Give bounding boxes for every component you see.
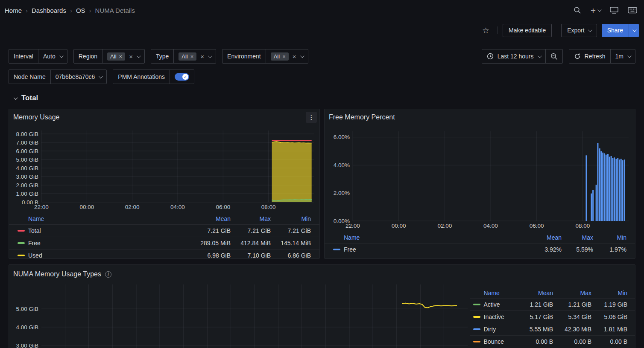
zoom-out-icon xyxy=(550,53,558,60)
region-select[interactable]: All × × xyxy=(102,49,144,63)
star-icon: ☆ xyxy=(482,26,489,35)
filter-row-1: Interval Auto Region All × × Typ xyxy=(9,49,635,64)
breadcrumb-home[interactable]: Home xyxy=(5,7,22,14)
legend-header-min[interactable]: Min xyxy=(271,215,311,222)
legend-header-min[interactable]: Min xyxy=(593,234,626,241)
legend-row-dirty: Dirty 5.55 MiB 42.30 MiB 1.81 MiB xyxy=(470,323,635,335)
series-name[interactable]: Free xyxy=(28,240,41,246)
svg-text:6.00 GiB: 6.00 GiB xyxy=(16,148,38,154)
panel-header: NUMA Memory Usage Types i xyxy=(9,265,635,284)
clear-selection-icon[interactable]: × xyxy=(200,53,204,60)
type-select[interactable]: All × × xyxy=(173,49,216,63)
legend-row-free: Free 3.92% 5.59% 1.97% xyxy=(325,243,635,255)
pmm-annotations-toggle[interactable]: ✓ xyxy=(175,73,189,81)
series-name[interactable]: Inactive xyxy=(484,313,504,320)
series-name[interactable]: Total xyxy=(28,227,41,234)
legend-header-max[interactable]: Max xyxy=(562,234,593,241)
series-swatch xyxy=(473,341,480,342)
series-mean: 5.55 MiB xyxy=(515,326,553,333)
monitor-icon xyxy=(610,6,618,14)
series-max: 7.10 GiB xyxy=(231,252,271,259)
clear-selection-icon[interactable]: × xyxy=(129,53,133,60)
breadcrumb-dashboards[interactable]: Dashboards xyxy=(32,7,66,14)
legend-row-bounce: Bounce 0.00 B 0.00 B 0.00 B xyxy=(470,335,635,348)
interval-select[interactable]: Auto xyxy=(38,49,67,63)
numa-memory-usage-chart[interactable]: 5.00 GiB4.00 GiB3.00 GiB xyxy=(12,284,470,348)
node-name-select[interactable]: 07b6be8a70c6 xyxy=(50,70,107,84)
toolbar-divider xyxy=(497,26,498,34)
panel-title[interactable]: Free Memory Percent xyxy=(329,113,395,121)
search-button[interactable] xyxy=(574,6,581,14)
legend-header-max[interactable]: Max xyxy=(553,290,591,296)
chevron-down-icon xyxy=(99,74,103,78)
panel-title[interactable]: Memory Usage xyxy=(13,113,59,121)
panel-numa-memory-usage-types: NUMA Memory Usage Types i 5.00 GiB4.00 G… xyxy=(9,264,635,348)
panel-title[interactable]: NUMA Memory Usage Types xyxy=(13,270,101,278)
series-name[interactable]: Used xyxy=(28,252,42,259)
clear-selection-icon[interactable]: × xyxy=(293,53,296,60)
share-menu-button[interactable] xyxy=(629,24,639,37)
panel-menu-button[interactable]: ⋮ xyxy=(306,112,317,123)
series-name[interactable]: Dirty xyxy=(484,326,496,333)
svg-text:00:00: 00:00 xyxy=(79,204,94,210)
legend-header-max[interactable]: Max xyxy=(231,215,271,222)
chip-remove-icon[interactable]: × xyxy=(190,54,194,59)
legend-header-mean[interactable]: Mean xyxy=(515,290,553,296)
svg-text:2.00 GiB: 2.00 GiB xyxy=(16,182,38,188)
series-mean: 0.00 B xyxy=(515,338,553,345)
chip-remove-icon[interactable]: × xyxy=(282,54,286,59)
zoom-out-button[interactable] xyxy=(545,49,562,63)
legend-header-min[interactable]: Min xyxy=(591,290,627,296)
svg-text:4.00 GiB: 4.00 GiB xyxy=(16,324,38,331)
series-mean: 289.05 MiB xyxy=(190,240,231,246)
series-max: 412.84 MiB xyxy=(231,240,271,246)
info-icon[interactable]: i xyxy=(105,271,111,278)
svg-text:06:00: 06:00 xyxy=(530,223,544,229)
add-menu-button[interactable]: + xyxy=(591,6,600,15)
legend-row-inactive: Inactive 5.17 GiB 5.34 GiB 5.06 GiB xyxy=(470,310,635,323)
series-name[interactable]: Active xyxy=(484,301,500,308)
keyboard-shortcuts-button[interactable] xyxy=(628,7,637,14)
environment-select[interactable]: All × × xyxy=(266,49,308,63)
type-chip[interactable]: All × xyxy=(179,52,196,61)
legend-header-mean[interactable]: Mean xyxy=(527,234,562,241)
svg-text:08:00: 08:00 xyxy=(261,204,276,210)
svg-text:06:00: 06:00 xyxy=(216,204,230,210)
nav-actions: + xyxy=(574,6,637,15)
share-button[interactable]: Share xyxy=(602,24,629,37)
kebab-icon: ⋮ xyxy=(308,113,315,121)
legend-header-name[interactable]: Name xyxy=(473,290,515,296)
series-mean: 5.17 GiB xyxy=(515,313,553,320)
memory-usage-chart[interactable]: 8.00 GiB7.00 GiB6.00 GiB5.00 GiB4.00 GiB… xyxy=(12,126,316,212)
svg-text:5.00 GiB: 5.00 GiB xyxy=(16,157,38,163)
series-name[interactable]: Bounce xyxy=(484,338,504,345)
breadcrumb-separator: › xyxy=(70,7,72,14)
refresh-interval-select[interactable]: 1m xyxy=(610,49,635,63)
chip-remove-icon[interactable]: × xyxy=(119,54,123,59)
series-swatch xyxy=(18,230,25,232)
make-editable-button[interactable]: Make editable xyxy=(503,24,552,37)
chevron-down-icon xyxy=(300,54,304,58)
pmm-annotations-control: PMM Annotations ✓ xyxy=(113,70,194,84)
breadcrumb-os[interactable]: OS xyxy=(76,7,85,14)
tv-mode-button[interactable] xyxy=(610,6,618,14)
free-memory-percent-chart[interactable]: 6.00%4.00%2.00%0.00%22:0000:0002:0004:00… xyxy=(328,126,633,230)
refresh-button[interactable]: Refresh xyxy=(569,49,610,63)
row-total-header[interactable]: Total xyxy=(14,94,644,102)
legend-header-name[interactable]: Name xyxy=(18,215,190,222)
series-swatch xyxy=(333,249,340,250)
environment-chip[interactable]: All × xyxy=(271,52,289,61)
series-swatch xyxy=(18,255,25,256)
chevron-down-icon xyxy=(537,54,542,58)
legend-header-name[interactable]: Name xyxy=(333,234,527,241)
dashboard-toolbar: ☆ Make editable Export Share xyxy=(0,20,644,40)
legend-header-mean[interactable]: Mean xyxy=(190,215,231,222)
time-range-picker[interactable]: Last 12 hours xyxy=(482,49,545,63)
refresh-group: Refresh 1m xyxy=(569,49,635,64)
series-name[interactable]: Free xyxy=(344,246,356,253)
series-max: 42.30 MiB xyxy=(553,326,591,333)
favorite-button[interactable]: ☆ xyxy=(480,25,492,36)
svg-text:3.00 GiB: 3.00 GiB xyxy=(16,174,38,180)
export-button[interactable]: Export xyxy=(561,24,597,37)
region-chip[interactable]: All × xyxy=(107,52,125,61)
